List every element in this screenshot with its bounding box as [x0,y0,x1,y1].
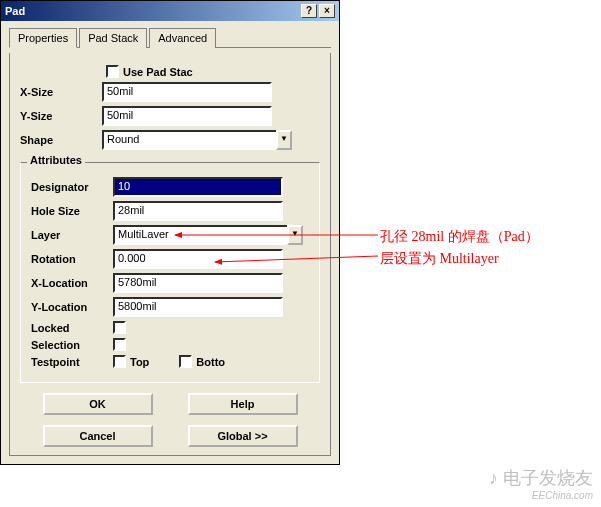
global-button[interactable]: Global >> [188,425,298,447]
testpoint-top-label: Top [130,356,149,368]
testpoint-bottom-checkbox[interactable] [179,355,192,368]
shape-combo[interactable]: Round [102,130,276,150]
testpoint-label: Testpoint [31,356,113,368]
holesize-input[interactable]: 28mil [113,201,283,221]
layer-combo[interactable]: MultiLaver [113,225,287,245]
rotation-label: Rotation [31,253,113,265]
help-button[interactable]: Help [188,393,298,415]
selection-checkbox[interactable] [113,338,126,351]
chevron-down-icon[interactable] [276,130,292,150]
yloc-label: Y-Location [31,301,113,313]
help-icon[interactable] [301,4,317,18]
xsize-label: X-Size [20,86,102,98]
ysize-label: Y-Size [20,110,102,122]
locked-checkbox[interactable] [113,321,126,334]
xsize-input[interactable]: 50mil [102,82,272,102]
ysize-input[interactable]: 50mil [102,106,272,126]
holesize-label: Hole Size [31,205,113,217]
shape-label: Shape [20,134,102,146]
tab-padstack[interactable]: Pad Stack [79,28,147,48]
ok-button[interactable]: OK [43,393,153,415]
close-icon[interactable] [319,4,335,18]
annotation-layer: 层设置为 Multilayer [380,250,499,268]
use-padstack-label: Use Pad Stac [123,66,193,78]
yloc-input[interactable]: 5800mil [113,297,283,317]
tab-strip: Properties Pad Stack Advanced [9,27,331,48]
designator-input[interactable]: 10 [113,177,283,197]
window-title: Pad [5,5,25,17]
designator-label: Designator [31,181,113,193]
rotation-input[interactable]: 0.000 [113,249,283,269]
cancel-button[interactable]: Cancel [43,425,153,447]
watermark-logo: ♪ 电子发烧友 [489,466,593,490]
watermark-url: EEChina.com [489,490,593,501]
locked-label: Locked [31,322,113,334]
layer-label: Layer [31,229,113,241]
annotation-holesize: 孔径 28mil 的焊盘（Pad） [380,228,539,246]
tab-properties[interactable]: Properties [9,28,77,48]
attributes-group: Attributes Designator 10 Hole Size 28mil… [20,162,320,383]
tab-advanced[interactable]: Advanced [149,28,216,48]
pad-dialog: Pad Properties Pad Stack Advanced Use Pa… [0,0,340,465]
xloc-input[interactable]: 5780mil [113,273,283,293]
testpoint-top-checkbox[interactable] [113,355,126,368]
use-padstack-checkbox[interactable] [106,65,119,78]
titlebar[interactable]: Pad [1,1,339,21]
selection-label: Selection [31,339,113,351]
attributes-legend: Attributes [27,154,85,166]
watermark: ♪ 电子发烧友 EEChina.com [489,466,593,501]
testpoint-bottom-label: Botto [196,356,225,368]
xloc-label: X-Location [31,277,113,289]
chevron-down-icon[interactable] [287,225,303,245]
tab-panel: Use Pad Stac X-Size 50mil Y-Size 50mil S… [9,53,331,456]
